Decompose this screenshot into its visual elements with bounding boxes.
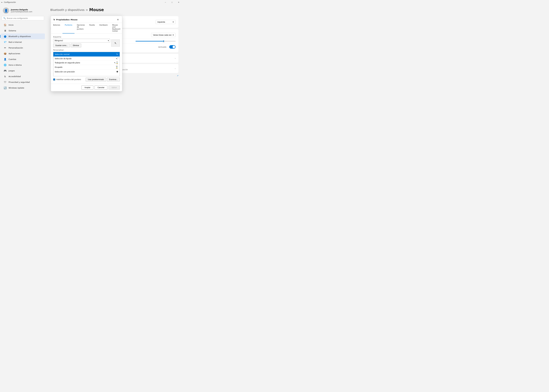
cursor-item-icon: ↖? [116, 57, 118, 60]
apply-button[interactable]: Aplicar [109, 85, 120, 90]
tab-punteros[interactable]: Punteros [63, 23, 75, 34]
sidebar-item-label: Privacidad y seguridad [9, 81, 30, 83]
external-link-icon[interactable]: ↗ [177, 75, 178, 77]
scheme-buttons: Guardar como... Eliminar [53, 44, 110, 47]
scheme-row: (Ninguno) ▾ Guardar como... Eliminar ↖ [53, 39, 120, 47]
title-bar: ← Configuración ─ □ ✕ [0, 0, 183, 5]
dialog-body: Esquema (Ninguno) ▾ Guardar como... Elim… [51, 34, 122, 84]
cursor-item-icon: ↖ [116, 53, 118, 56]
accept-button[interactable]: Aceptar [82, 85, 93, 90]
dialog-footer: Aceptar Cancelar Aplicar [51, 84, 122, 91]
sidebar-item-label: Hora e idioma [9, 64, 21, 66]
windows-update-icon: 🔄 [4, 86, 7, 89]
save-as-button[interactable]: Guardar como... [53, 44, 70, 47]
back-icon[interactable]: ← [1, 1, 3, 3]
sidebar-item-bluetooth[interactable]: ⬤ Bluetooth y dispositivos [1, 34, 45, 39]
sidebar-item-aplicaciones[interactable]: 📦 Aplicaciones [1, 51, 45, 56]
scroll-lines-dropdown[interactable]: Varias líneas cada vez ▾ [151, 33, 176, 37]
title-bar-controls: ─ □ ✕ [162, 0, 182, 5]
scheme-preview: ↖ [111, 40, 120, 47]
shadow-row: ✓ Habilitar sombra del puntero Usar pred… [53, 78, 120, 81]
scroll-lines-value: Varias líneas cada vez [153, 34, 172, 36]
search-input[interactable] [7, 17, 42, 19]
mouse-properties-dialog: 🖱 Propiedades: Mouse ✕ Botones Punteros … [51, 16, 122, 91]
scheme-dropdown[interactable]: (Ninguno) ▾ [53, 39, 110, 42]
privacidad-icon: 🛡 [4, 81, 7, 84]
dialog-close-button[interactable]: ✕ [116, 18, 120, 21]
juegos-icon: 🎮 [4, 69, 7, 72]
sidebar-item-juegos[interactable]: 🎮 Juegos [1, 68, 45, 74]
tab-rueda[interactable]: Rueda [87, 23, 97, 34]
cursor-item-seleccion-ayuda[interactable]: Selección de Ayuda ↖? [53, 57, 120, 61]
minimize-button[interactable]: ─ [162, 0, 169, 5]
avatar-icon: 👤 [4, 9, 8, 13]
cursor-item-label: Selección normal [55, 53, 69, 55]
cursor-item-ocupado[interactable]: Ocupado ⌛ [53, 65, 120, 70]
scheme-label: Esquema [53, 36, 120, 38]
cursor-item-icon: ⌛ [115, 66, 118, 69]
accesibilidad-icon: ♿ [4, 75, 7, 78]
shadow-buttons: Usar predeterminado Examinar... [86, 78, 120, 81]
dialog-title-text: Propiedades: Mouse [56, 19, 77, 21]
cancel-button[interactable]: Cancelar [95, 85, 107, 90]
sidebar-item-accesibilidad[interactable]: ♿ Accesibilidad [1, 74, 45, 79]
cursor-item-seleccion-normal[interactable]: Selección normal ↖ [53, 52, 120, 57]
cursor-item-icon: ↖⌛ [114, 62, 118, 64]
close-button[interactable]: ✕ [175, 0, 182, 5]
cursor-item-label: Ocupado [55, 66, 63, 68]
sidebar-item-sistema[interactable]: 🖥 Sistema [1, 28, 45, 34]
sidebar-item-privacidad[interactable]: 🛡 Privacidad y seguridad [1, 79, 45, 85]
shadow-label: Habilitar sombra del puntero [56, 78, 81, 81]
cursor-item-icon: ✚ [116, 70, 118, 73]
natural-scroll-toggle[interactable] [169, 45, 176, 49]
user-email: juanmatek@outlook.com [11, 11, 32, 13]
hora-icon: 🌐 [4, 63, 7, 66]
cursor-item-seleccion-precision[interactable]: Selección con precisión ✚ [53, 70, 120, 74]
sidebar-item-hora[interactable]: 🌐 Hora e idioma [1, 62, 45, 68]
tab-botones[interactable]: Botones [51, 23, 63, 34]
sidebar-item-personalizacion[interactable]: ✏️ Personalización [1, 45, 45, 51]
sidebar-item-label: Windows Update [9, 87, 24, 89]
checkbox-check-icon: ✓ [54, 79, 55, 80]
dialog-tabs: Botones Punteros Opciones de puntero Rue… [51, 23, 122, 34]
sidebar-item-label: Cuentas [9, 58, 16, 60]
tab-hardware[interactable]: Hardware [97, 23, 110, 34]
sidebar-item-label: Accesibilidad [9, 75, 21, 77]
header-separator: > [86, 8, 88, 12]
maximize-button[interactable]: □ [169, 0, 175, 5]
tab-mkc[interactable]: Mouse and Keyboard Center [110, 23, 123, 34]
dialog-title-icon: 🖱 [53, 19, 55, 21]
scroll-speed-slider-container [136, 41, 176, 42]
sidebar-item-cuentas[interactable]: 👤 Cuentas [1, 56, 45, 62]
shadow-checkbox[interactable]: ✓ [53, 78, 55, 81]
page-title: Mouse [89, 7, 104, 12]
inicio-icon: 🏠 [4, 23, 7, 26]
title-bar-left: ← Configuración [1, 1, 16, 3]
user-section: 👤 Juanma Delgado juanmatek@outlook.com [0, 6, 46, 16]
sidebar-item-inicio[interactable]: 🏠 Inicio [1, 22, 45, 28]
scheme-chevron-icon: ▾ [108, 40, 109, 42]
page-header: Bluetooth y dispositivos > Mouse [50, 7, 178, 12]
delete-button[interactable]: Eliminar [71, 44, 81, 47]
activated-text: Activado [158, 46, 167, 48]
cuentas-icon: 👤 [4, 58, 7, 61]
sidebar-item-windows-update[interactable]: 🔄 Windows Update [1, 85, 45, 91]
browse-button[interactable]: Examinar... [107, 78, 120, 81]
search-box[interactable]: 🔍 [2, 16, 44, 20]
scheme-value: (Ninguno) [55, 40, 63, 42]
sidebar-item-red[interactable]: 💎 Red e Internet [1, 39, 45, 45]
sistema-icon: 🖥 [4, 29, 7, 32]
use-default-button[interactable]: Usar predeterminado [86, 78, 106, 81]
personalizacion-icon: ✏️ [4, 46, 7, 49]
sidebar-item-label: Red e Internet [9, 41, 22, 43]
cursor-item-label: Selección con precisión [55, 71, 75, 73]
dialog-title: 🖱 Propiedades: Mouse [53, 19, 77, 21]
scroll-speed-slider[interactable] [136, 41, 176, 42]
scroll-speed-fill [136, 41, 164, 42]
tab-opciones-puntero[interactable]: Opciones de puntero [75, 23, 87, 34]
cursor-item-trabajando[interactable]: Trabajando en segundo plano ↖⌛ [53, 61, 120, 65]
breadcrumb: Bluetooth y dispositivos [50, 8, 84, 12]
cursor-item-label: Trabajando en segundo plano [55, 62, 80, 64]
primary-button-dropdown[interactable]: Izquierda ▾ [156, 20, 176, 24]
customize-label: Personalizar: [53, 49, 120, 51]
